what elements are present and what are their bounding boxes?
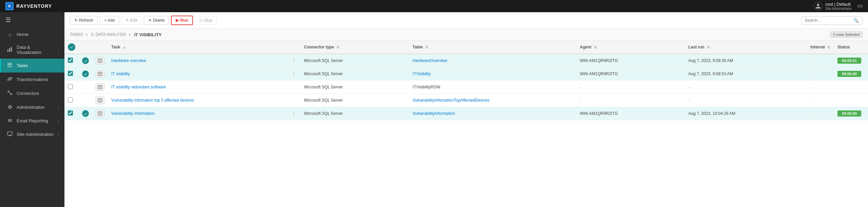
cell-row-icon — [92, 81, 108, 94]
cell-dots-menu[interactable]: ⋮ — [287, 54, 301, 67]
cell-status: 00:00:00 — [834, 67, 868, 81]
table-header-row: Task ▲ Connector type ⇅ Table ⇅ — [64, 41, 868, 54]
cell-table-name[interactable]: VulnerabilityInformation — [409, 107, 576, 120]
cell-status — [834, 94, 868, 107]
cell-agent: - — [577, 81, 685, 94]
user-area: root | Default Site Administrator EN — [814, 2, 863, 11]
table-wrapper: Task ▲ Connector type ⇅ Table ⇅ — [64, 41, 868, 207]
table-row: Hardware overview⋮Microsoft SQL ServerHa… — [64, 54, 868, 67]
app-container: R RAYVENTORY root | Default Site Adminis… — [0, 0, 868, 207]
data-table: Task ▲ Connector type ⇅ Table ⇅ — [64, 41, 868, 120]
table-name-link[interactable]: HardwareOverview — [412, 58, 447, 63]
task-type-icon — [96, 110, 104, 117]
th-status-icon — [79, 41, 92, 54]
cell-task-name[interactable]: Vulnarability infomation top 5 affected … — [108, 94, 287, 107]
cell-select[interactable] — [64, 54, 79, 67]
th-select[interactable] — [64, 41, 79, 54]
th-task[interactable]: Task ▲ — [108, 41, 287, 54]
sidebar-item-email-reporting[interactable]: ✉ Email Reporting › — [0, 114, 64, 127]
cell-select[interactable] — [64, 81, 79, 94]
svg-rect-8 — [7, 132, 12, 135]
cell-task-name[interactable]: Vulnerability information — [108, 107, 287, 120]
breadcrumb: TASKS ► 3. DATA ANALYSIS ► IT VISIBILITY — [70, 32, 162, 37]
sidebar-item-data-visualization[interactable]: Data & Visualization › — [0, 41, 64, 59]
interval-value: - — [810, 111, 812, 116]
cell-dots-menu[interactable] — [287, 94, 301, 107]
cell-check-circle — [79, 67, 92, 81]
row-context-menu[interactable]: ⋮ — [290, 111, 297, 116]
cell-select[interactable] — [64, 107, 79, 120]
last-run-value: - — [688, 85, 690, 89]
cell-dots-menu[interactable] — [287, 81, 301, 94]
row-checkbox[interactable] — [68, 71, 73, 76]
cell-table-name[interactable]: HardwareOverview — [409, 54, 576, 67]
svg-rect-3 — [9, 48, 10, 52]
row-checkbox[interactable] — [68, 97, 73, 102]
status-badge: 00:00:00 — [837, 110, 861, 117]
delete-button[interactable]: ✕ Delete — [144, 16, 169, 25]
th-lastrun[interactable]: Last run ⇅ — [685, 41, 807, 54]
run-button[interactable]: ▶ Run — [171, 16, 193, 25]
breadcrumb-tasks[interactable]: TASKS — [70, 32, 83, 37]
task-name-link[interactable]: Hardware overview — [111, 58, 146, 63]
sidebar-item-home[interactable]: ⌂ Home — [0, 28, 64, 41]
breadcrumb-data-analysis[interactable]: 3. DATA ANALYSIS — [91, 32, 126, 37]
cell-dots-menu[interactable]: ⋮ — [287, 107, 301, 120]
cell-table-name[interactable]: ITVisibility — [409, 67, 576, 81]
logo-icon: R — [5, 2, 14, 10]
tasks-icon — [6, 62, 13, 69]
cell-table-name[interactable]: VulnarabilityInfomationTopAffectedDevice… — [409, 94, 576, 107]
row-checkbox[interactable] — [68, 58, 73, 63]
sidebar-item-transformations[interactable]: Transformations — [0, 73, 64, 86]
row-checkbox[interactable] — [68, 84, 73, 89]
table-name-link[interactable]: ITVisibility — [412, 71, 431, 76]
transform-icon — [6, 76, 13, 83]
row-checkbox[interactable] — [68, 110, 73, 116]
cell-task-name[interactable]: IT visibility — [108, 67, 287, 81]
sidebar-item-site-administration[interactable]: Site-Administration › — [0, 127, 64, 141]
cell-select[interactable] — [64, 94, 79, 107]
th-interval[interactable]: Interval ⇅ — [807, 41, 834, 54]
add-label: + Add — [104, 18, 115, 23]
stop-label: Stop — [204, 18, 213, 23]
th-agent[interactable]: Agent ⇅ — [577, 41, 685, 54]
cell-check-circle — [79, 107, 92, 120]
cell-agent: - — [577, 94, 685, 107]
row-context-menu[interactable]: ⋮ — [290, 71, 297, 77]
cell-dots-menu[interactable]: ⋮ — [287, 67, 301, 81]
row-context-menu[interactable]: ⋮ — [290, 58, 297, 63]
search-input[interactable] — [805, 18, 852, 23]
stop-button[interactable]: ◻ Stop — [195, 16, 217, 25]
task-name-link[interactable]: IT visibility redundant software — [111, 85, 166, 89]
add-button[interactable]: + Add — [100, 16, 119, 25]
cell-task-name[interactable]: Hardware overview — [108, 54, 287, 67]
delete-icon: ✕ — [148, 18, 152, 23]
table-name-link[interactable]: VulnerabilityInformation — [412, 111, 455, 116]
edit-icon: ✎ — [126, 18, 129, 23]
sort-icon: ⇅ — [425, 45, 428, 49]
sort-icon: ⇅ — [336, 45, 339, 49]
sidebar-item-tasks[interactable]: Tasks — [0, 59, 64, 73]
th-connector[interactable]: Connector type ⇅ — [301, 41, 409, 54]
menu-toggle[interactable]: ☰ — [0, 12, 64, 28]
chevron-icon: › — [58, 132, 59, 137]
interval-value: - — [810, 58, 812, 63]
cell-status: 00:00:01 — [834, 54, 868, 67]
sidebar-item-label: Data & Visualization — [17, 45, 54, 55]
cell-status — [834, 81, 868, 94]
task-name-link[interactable]: Vulnarability infomation top 5 affected … — [111, 98, 194, 103]
cell-select[interactable] — [64, 67, 79, 81]
refresh-button[interactable]: ↻ Refresh — [70, 16, 98, 25]
edit-button[interactable]: ✎ Edit — [121, 16, 142, 25]
user-info: root | Default Site Administrator — [825, 2, 852, 11]
task-name-link[interactable]: IT visibility — [111, 71, 130, 76]
cell-task-name[interactable]: IT visibility redundant software — [108, 81, 287, 94]
sidebar-item-administration[interactable]: ⚙ Administration › — [0, 100, 64, 114]
task-name-link[interactable]: Vulnerability information — [111, 111, 155, 116]
table-name-link[interactable]: VulnarabilityInfomationTopAffectedDevice… — [412, 98, 489, 103]
sidebar-item-connectors[interactable]: Connectors — [0, 86, 64, 100]
breadcrumb-sep2: ► — [128, 32, 132, 37]
select-all-check[interactable] — [68, 43, 75, 51]
th-status[interactable]: Status — [834, 41, 868, 54]
th-table[interactable]: Table ⇅ — [409, 41, 576, 54]
